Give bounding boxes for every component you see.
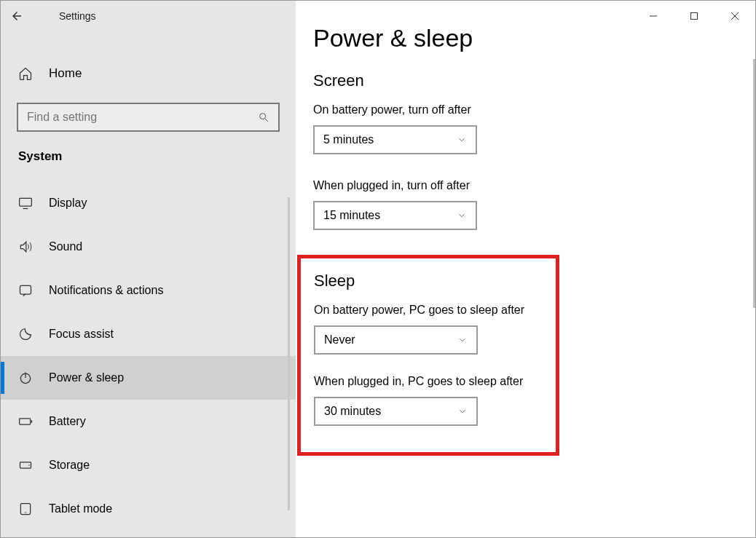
focus-assist-icon — [18, 327, 33, 341]
window-controls — [633, 1, 755, 31]
battery-icon — [18, 414, 33, 429]
maximize-icon — [690, 12, 698, 20]
back-arrow-icon — [10, 9, 23, 23]
notifications-icon — [18, 283, 33, 298]
app-title: Settings — [59, 10, 96, 22]
svg-rect-4 — [20, 285, 31, 294]
storage-icon — [18, 458, 33, 472]
sidebar-item-focus-assist[interactable]: Focus assist — [1, 312, 296, 356]
sidebar-item-label: Power & sleep — [49, 371, 124, 384]
svg-line-1 — [265, 119, 268, 122]
svg-rect-14 — [691, 13, 698, 20]
section-sleep-title: Sleep — [314, 272, 543, 290]
screen-plugged-label: When plugged in, turn off after — [313, 179, 738, 192]
sidebar-item-sound[interactable]: Sound — [1, 225, 296, 269]
select-value: 15 minutes — [323, 209, 380, 222]
close-button[interactable] — [714, 1, 755, 31]
scroll-thumb[interactable] — [753, 59, 755, 308]
svg-rect-7 — [20, 419, 31, 424]
sidebar-item-label: Focus assist — [49, 328, 114, 341]
back-button[interactable] — [1, 1, 33, 31]
sleep-plugged-label: When plugged in, PC goes to sleep after — [314, 375, 543, 388]
sidebar-item-label: Battery — [49, 415, 86, 428]
search-icon — [258, 111, 269, 123]
sidebar-item-tablet-mode[interactable]: Tablet mode — [1, 487, 296, 531]
sidebar-nav: Display Sound Notifications & actions Fo… — [1, 181, 296, 531]
sidebar-item-label: Display — [49, 197, 87, 210]
select-value: 30 minutes — [324, 405, 381, 418]
content-pane: Power & sleep Screen On battery power, t… — [296, 1, 755, 537]
sleep-battery-select[interactable]: Never — [314, 325, 478, 355]
section-screen-title: Screen — [313, 71, 738, 90]
search-container — [1, 95, 296, 132]
chevron-down-icon — [457, 210, 467, 221]
maximize-button[interactable] — [674, 1, 714, 31]
sidebar-item-label: Storage — [49, 459, 90, 472]
chevron-down-icon — [457, 406, 468, 416]
svg-rect-8 — [31, 420, 33, 422]
settings-window: Settings Home System Display — [0, 0, 756, 538]
svg-rect-2 — [20, 198, 32, 206]
minimize-icon — [649, 12, 658, 20]
sidebar-item-label: Sound — [49, 240, 82, 253]
sidebar-item-battery[interactable]: Battery — [1, 400, 296, 443]
minimize-button[interactable] — [633, 1, 674, 31]
svg-point-12 — [25, 512, 26, 513]
sidebar-item-home[interactable]: Home — [1, 52, 296, 95]
sidebar-item-label: Tablet mode — [49, 502, 112, 515]
sidebar: Settings Home System Display — [1, 1, 296, 537]
search-box[interactable] — [17, 103, 280, 132]
search-input[interactable] — [27, 111, 258, 124]
sleep-battery-label: On battery power, PC goes to sleep after — [314, 304, 543, 317]
svg-point-10 — [28, 464, 30, 466]
home-icon — [18, 66, 33, 81]
sidebar-item-storage[interactable]: Storage — [1, 443, 296, 487]
tablet-icon — [18, 502, 33, 516]
screen-plugged-select[interactable]: 15 minutes — [313, 201, 477, 230]
select-value: Never — [324, 333, 355, 347]
sidebar-item-power-sleep[interactable]: Power & sleep — [1, 356, 296, 400]
screen-battery-select[interactable]: 5 minutes — [313, 125, 477, 154]
sleep-highlight-box: Sleep On battery power, PC goes to sleep… — [297, 255, 559, 456]
display-icon — [18, 196, 33, 210]
sidebar-item-label: Notifications & actions — [49, 284, 163, 297]
sidebar-category: System — [1, 132, 296, 164]
content-scrollbar[interactable] — [751, 59, 755, 537]
sidebar-item-display[interactable]: Display — [1, 181, 296, 225]
titlebar-left: Settings — [1, 1, 296, 31]
chevron-down-icon — [457, 135, 467, 145]
home-label: Home — [49, 66, 82, 81]
sidebar-scrollbar[interactable] — [288, 197, 290, 510]
power-icon — [18, 371, 33, 385]
svg-point-0 — [260, 114, 266, 119]
sleep-plugged-select[interactable]: 30 minutes — [314, 397, 478, 426]
sidebar-item-notifications[interactable]: Notifications & actions — [1, 269, 296, 312]
sound-icon — [18, 240, 33, 254]
select-value: 5 minutes — [323, 133, 374, 146]
chevron-down-icon — [457, 335, 468, 345]
screen-battery-label: On battery power, turn off after — [313, 103, 738, 116]
close-icon — [731, 12, 739, 20]
